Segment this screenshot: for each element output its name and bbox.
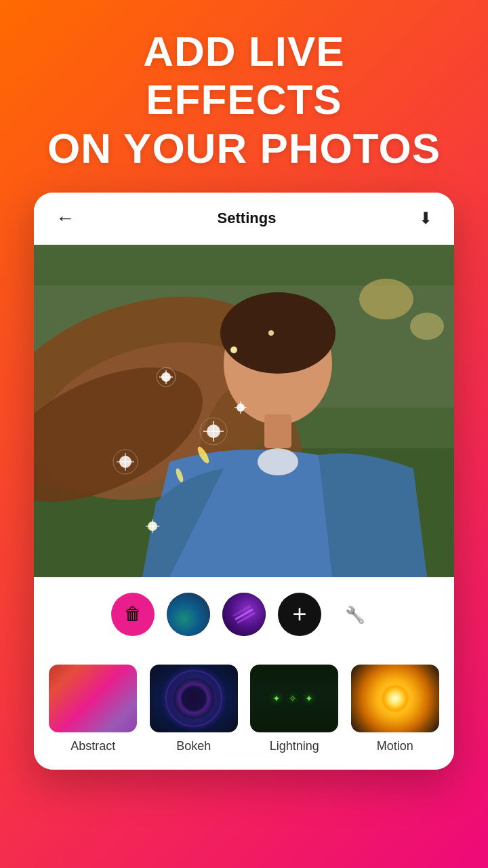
add-effect-button[interactable] [278, 593, 321, 636]
effect-label-lightning: Lightning [270, 739, 319, 753]
back-icon [56, 208, 75, 229]
effect-item-bokeh[interactable]: Bokeh [148, 665, 240, 753]
back-button[interactable] [50, 205, 80, 232]
svg-point-4 [410, 313, 444, 340]
app-card: Settings [34, 193, 454, 770]
effect-thumb-bokeh [150, 665, 238, 732]
effect-1-button[interactable] [167, 593, 210, 636]
headline-text: ADD LIVE EFFECTS ON YOUR PHOTOS [41, 27, 447, 172]
effect-item-abstract[interactable]: Abstract [47, 665, 139, 753]
settings-button[interactable] [333, 593, 377, 636]
effect-1-icon [167, 593, 210, 636]
headline-section: ADD LIVE EFFECTS ON YOUR PHOTOS [0, 0, 488, 193]
headline-line1: ADD LIVE EFFECTS [143, 28, 344, 123]
download-icon [419, 209, 432, 227]
effect-item-motion[interactable]: Motion [350, 665, 441, 753]
svg-point-3 [359, 279, 413, 319]
effects-strip: Abstract Bokeh Lightning Motion [34, 651, 454, 770]
svg-point-12 [258, 448, 298, 475]
effect-thumb-abstract [49, 665, 137, 732]
svg-rect-10 [264, 414, 291, 448]
page-title: Settings [218, 210, 277, 227]
photo-svg [34, 245, 454, 577]
effect-thumb-lightning [250, 665, 338, 732]
wrench-icon [345, 604, 365, 625]
effect-2-button[interactable] [222, 593, 266, 636]
svg-point-11 [220, 292, 336, 374]
effect-label-motion: Motion [377, 739, 413, 753]
headline-line2: ON YOUR PHOTOS [47, 125, 441, 172]
effect-label-abstract: Abstract [70, 739, 115, 753]
delete-button[interactable]: 🗑 [111, 593, 155, 636]
trash-icon: 🗑 [124, 604, 142, 625]
effect-label-bokeh: Bokeh [176, 739, 211, 753]
photo-area [34, 245, 454, 577]
download-button[interactable] [413, 206, 438, 231]
svg-point-24 [230, 347, 237, 353]
effect-thumb-motion [351, 665, 439, 732]
toolbar: 🗑 [34, 577, 454, 651]
plus-icon [292, 600, 306, 629]
effect-2-icon [222, 593, 266, 636]
app-header: Settings [34, 193, 454, 245]
effect-item-lightning[interactable]: Lightning [249, 665, 340, 753]
svg-point-25 [268, 330, 274, 336]
